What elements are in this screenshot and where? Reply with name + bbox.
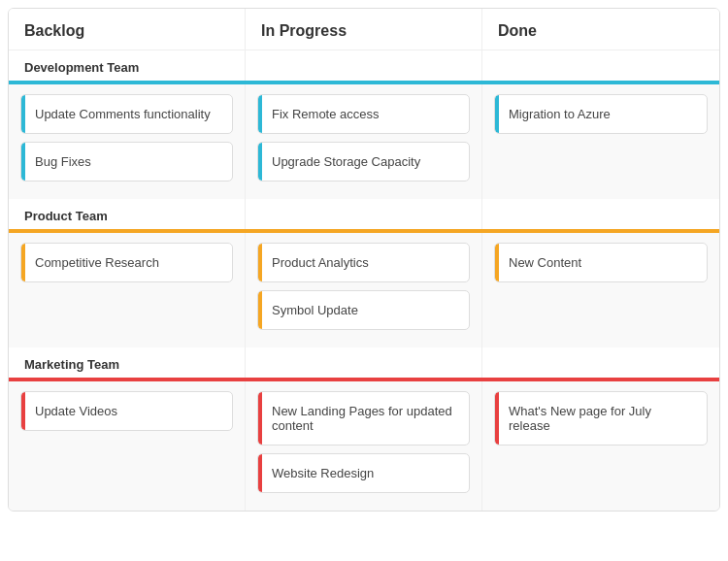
kanban-board: Backlog In Progress Done Development Tea… bbox=[8, 8, 720, 512]
team-1-inprogress-col: Product AnalyticsSymbol Update bbox=[246, 233, 482, 347]
team-label-right-1 bbox=[482, 199, 719, 229]
team-content-0: Update Comments functionalityBug FixesFi… bbox=[9, 84, 719, 199]
inprogress-header: In Progress bbox=[246, 9, 482, 50]
team-0-backlog-col: Update Comments functionalityBug Fixes bbox=[9, 84, 246, 199]
team-1-backlog-col: Competitive Research bbox=[9, 233, 246, 347]
team-header-row-1: Product Team bbox=[9, 199, 719, 229]
team-label-mid-2 bbox=[246, 347, 482, 378]
team-content-2: Update VideosNew Landing Pages for updat… bbox=[9, 381, 719, 511]
team-header-row-0: Development Team bbox=[9, 50, 719, 81]
team-label-right-2 bbox=[482, 347, 719, 378]
team-label-mid-0 bbox=[246, 50, 482, 81]
card-2-1-1[interactable]: Website Redesign bbox=[257, 453, 470, 493]
team-label-1: Product Team bbox=[9, 199, 246, 229]
team-2-done-col: What's New page for July release bbox=[482, 381, 719, 511]
team-2-inprogress-col: New Landing Pages for updated contentWeb… bbox=[246, 381, 482, 511]
card-2-2-0[interactable]: What's New page for July release bbox=[494, 391, 708, 446]
team-0-done-col: Migration to Azure bbox=[482, 84, 719, 199]
card-0-1-0[interactable]: Fix Remote access bbox=[257, 94, 470, 134]
card-1-1-0[interactable]: Product Analytics bbox=[257, 243, 470, 282]
card-0-0-0[interactable]: Update Comments functionality bbox=[20, 94, 233, 134]
team-label-right-0 bbox=[482, 50, 719, 81]
card-0-1-1[interactable]: Upgrade Storage Capacity bbox=[257, 142, 470, 182]
team-label-2: Marketing Team bbox=[9, 347, 246, 378]
team-content-1: Competitive ResearchProduct AnalyticsSym… bbox=[9, 233, 719, 347]
done-header: Done bbox=[482, 9, 719, 50]
card-0-0-1[interactable]: Bug Fixes bbox=[20, 142, 233, 182]
card-2-0-0[interactable]: Update Videos bbox=[20, 391, 233, 431]
column-headers: Backlog In Progress Done bbox=[9, 9, 719, 50]
team-label-0: Development Team bbox=[9, 50, 246, 81]
card-1-0-0[interactable]: Competitive Research bbox=[20, 243, 233, 282]
card-1-1-1[interactable]: Symbol Update bbox=[257, 290, 470, 330]
card-2-1-0[interactable]: New Landing Pages for updated content bbox=[257, 391, 470, 446]
team-1-done-col: New Content bbox=[482, 233, 719, 347]
team-header-row-2: Marketing Team bbox=[9, 347, 719, 378]
team-0-inprogress-col: Fix Remote accessUpgrade Storage Capacit… bbox=[246, 84, 482, 199]
team-label-mid-1 bbox=[246, 199, 482, 229]
card-1-2-0[interactable]: New Content bbox=[494, 243, 708, 282]
backlog-header: Backlog bbox=[9, 9, 246, 50]
team-2-backlog-col: Update Videos bbox=[9, 381, 246, 511]
card-0-2-0[interactable]: Migration to Azure bbox=[494, 94, 708, 134]
